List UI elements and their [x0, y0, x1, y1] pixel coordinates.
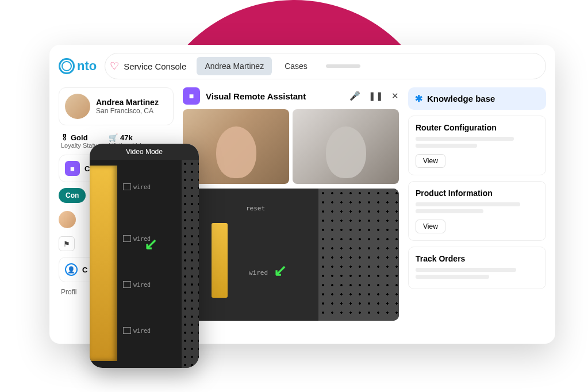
header-search-bar[interactable]: ♡ Service Console Andrea Martinez Cases: [105, 53, 546, 79]
kb-header: ✱ Knowledge base: [408, 87, 546, 110]
kb-title: Knowledge base: [427, 94, 495, 103]
phone-body: wired wired wired wired ↙: [90, 160, 199, 368]
kb-card-title: Product Information: [416, 189, 539, 198]
app-label: Service Console: [124, 62, 192, 71]
tab-cases[interactable]: Cases: [276, 57, 316, 75]
wired-label-3: wired: [123, 280, 163, 289]
wired-label-1: wired: [123, 183, 163, 191]
logo-icon: [59, 58, 75, 74]
avatar: [65, 94, 90, 119]
mobile-preview: Video Mode wired wired wired wired ↙: [90, 144, 199, 368]
middle-column: ■ Visual Remote Assistant 🎤 ❚❚ ✕ ➤ ⋮⋮ 📷: [183, 87, 399, 321]
top-bar: nto ♡ Service Console Andrea Martinez Ca…: [59, 53, 546, 79]
ribbon-icon: 🎖: [61, 133, 68, 142]
camera-icon: ■: [183, 87, 200, 105]
tab-andrea-martinez[interactable]: Andrea Martinez: [197, 57, 272, 75]
person-icon: 👤: [65, 263, 78, 276]
video-row: [183, 109, 399, 184]
cart-icon: 🛒: [109, 133, 118, 142]
vra-header: ■ Visual Remote Assistant 🎤 ❚❚ ✕: [183, 87, 399, 105]
phone-annotation-arrow: ↙: [144, 235, 157, 253]
phone-ports: [90, 166, 117, 361]
vent-pattern: [318, 189, 399, 321]
profile-card: Andrea Martinez San Francisco, CA: [59, 87, 174, 125]
reset-label: reset: [246, 205, 265, 212]
brand-logo: nto: [59, 58, 97, 74]
kb-card-router: Router Configuration View: [408, 116, 546, 175]
annotation-arrow: ↙: [274, 261, 287, 280]
kb-card-title: Router Configuration: [416, 123, 539, 132]
wired-label: wired: [249, 269, 268, 276]
placeholder-bar: [326, 64, 360, 68]
small-avatar: [59, 211, 76, 228]
phone-vent: [182, 160, 199, 368]
video-icon: ■: [65, 161, 80, 176]
end-call-icon[interactable]: ✕: [391, 91, 399, 101]
video-customer: [293, 109, 399, 184]
router-preview: ➤ ⋮⋮ 📷 reset wired ↙: [183, 189, 399, 321]
profile-location: San Francisco, CA: [96, 107, 159, 115]
router-ports: [212, 223, 228, 298]
bot-icon: ✱: [415, 93, 422, 104]
profile-name: Andrea Martinez: [96, 98, 159, 107]
right-column: ✱ Knowledge base Router Configuration Vi…: [408, 87, 546, 321]
view-button[interactable]: View: [416, 154, 445, 168]
flag-button[interactable]: ⚑: [59, 236, 75, 251]
mic-icon[interactable]: 🎤: [349, 91, 360, 101]
kb-card-product: Product Information View: [408, 181, 546, 241]
vra-title: Visual Remote Assistant: [206, 91, 344, 101]
kb-card-title: Track Orders: [416, 254, 539, 263]
wired-label-4: wired: [123, 326, 163, 335]
connect-button[interactable]: Con: [59, 188, 86, 203]
view-button[interactable]: View: [416, 220, 445, 233]
brand-text: nto: [77, 59, 97, 74]
heart-icon: ♡: [110, 60, 119, 72]
phone-titlebar: Video Mode: [90, 144, 199, 160]
pause-icon[interactable]: ❚❚: [368, 91, 383, 101]
kb-card-orders: Track Orders: [408, 247, 546, 289]
